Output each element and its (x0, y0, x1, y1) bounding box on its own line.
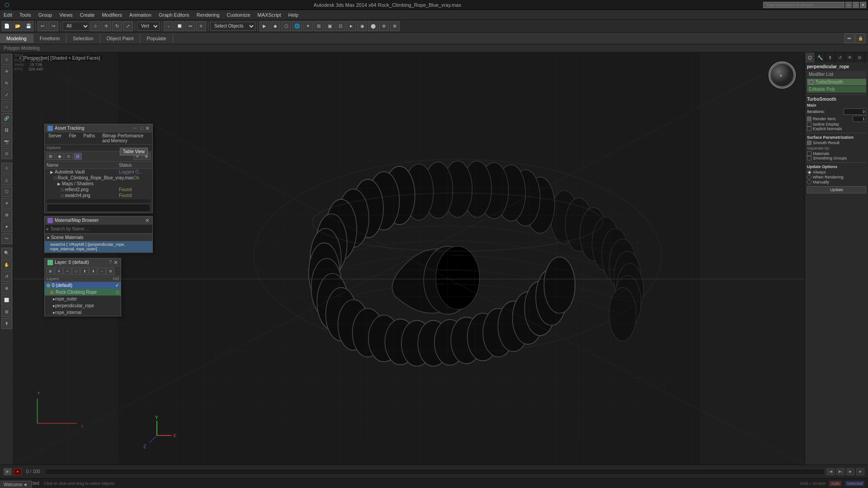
move-btn[interactable]: ✛ (101, 21, 111, 31)
menu-create[interactable]: Create (76, 11, 98, 19)
rp-tab-display[interactable]: 👁 (845, 52, 855, 62)
at-row-reflect[interactable]: □ reflect2.png Found (59, 187, 152, 192)
mirror-btn[interactable]: ⇔ (185, 21, 195, 31)
manipulate-tool[interactable]: ⬦ (1, 101, 12, 112)
at-menu-bitmap[interactable]: Bitmap Performance and Memory (99, 132, 152, 144)
lp-btn1[interactable]: ⊞ (46, 267, 54, 275)
at-menu-paths[interactable]: Paths (80, 132, 99, 144)
menu-animation[interactable]: Animation (126, 11, 155, 19)
lp-btn8[interactable]: ⚙ (106, 267, 114, 275)
menu-maxscript[interactable]: MAXScript (254, 11, 285, 19)
lights-tool[interactable]: ☀ (1, 198, 12, 209)
geometry-tool[interactable]: ⬡ (1, 186, 12, 197)
at-row-swatch[interactable]: □ swatch4.png Found (59, 192, 152, 198)
lp-btn6[interactable]: ⬇ (89, 267, 97, 275)
mb-section-scene[interactable]: ▸ Scene Materials (45, 234, 152, 241)
view-dropdown[interactable]: Vert (137, 22, 160, 31)
lp-title[interactable]: Layer: 0 (default) ? ✕ (45, 258, 121, 267)
tab-freeform[interactable]: Freeform (33, 34, 67, 43)
rp-explicit-check[interactable] (807, 127, 811, 131)
menu-tools[interactable]: Tools (16, 11, 35, 19)
at-menu-file[interactable]: File (65, 132, 80, 144)
lp-btn4[interactable]: □ (72, 267, 80, 275)
at-menu-server[interactable]: Server (45, 132, 65, 144)
lp-btn5[interactable]: ⬆ (80, 267, 89, 275)
menu-graph-editors[interactable]: Graph Editors (155, 11, 193, 19)
align-btn[interactable]: ≡ (196, 21, 206, 31)
rp-update-btn[interactable]: Update (807, 186, 866, 193)
link-tool[interactable]: 🔗 (1, 113, 12, 124)
lp-help[interactable]: ? (109, 259, 112, 266)
lp-btn7[interactable]: ↔ (98, 267, 106, 275)
rp-when-radio[interactable] (807, 175, 811, 179)
shapes-tool[interactable]: △ (1, 174, 12, 185)
menu-rendering[interactable]: Rendering (193, 11, 223, 19)
menu-help[interactable]: Help (285, 11, 302, 19)
save-btn[interactable]: 💾 (24, 21, 33, 31)
tl-play[interactable]: ▶ (846, 468, 854, 475)
render-to-btn[interactable]: ⊞ (314, 21, 324, 31)
systems-tool[interactable]: ⚙ (1, 210, 12, 221)
tl-prev-frame[interactable]: |◀ (826, 468, 835, 475)
menu-group[interactable]: Group (35, 11, 56, 19)
at-minimize[interactable]: ─ (133, 125, 137, 131)
rp-smoothing-check[interactable] (807, 156, 811, 160)
extra1[interactable]: ⊕ (379, 21, 389, 31)
mb-title[interactable]: Material/Map Browser ✕ (45, 216, 152, 225)
nav-ball[interactable]: ⊕ (769, 61, 796, 89)
mb-close[interactable]: ✕ (145, 217, 150, 224)
target-cam-tool[interactable]: ⊙ (1, 148, 12, 159)
rp-mod-editable-poly[interactable]: Editable Poly (807, 86, 866, 93)
maximize-btn[interactable]: □ (853, 2, 859, 8)
open-btn[interactable]: 📂 (13, 21, 23, 31)
timeline-bar[interactable] (45, 469, 825, 475)
enviro-btn[interactable]: 🌐 (292, 21, 302, 31)
rp-manually-radio[interactable] (807, 180, 811, 184)
snap-btn[interactable]: 🔲 (175, 21, 184, 31)
rp-tab-utilities[interactable]: ⚙ (855, 52, 865, 62)
menu-edit[interactable]: Edit (0, 11, 16, 19)
walk-tool[interactable]: ⬆ (1, 318, 12, 329)
menu-views[interactable]: Views (56, 11, 76, 19)
tab-selection[interactable]: Selection (66, 34, 100, 43)
key-btn[interactable]: ⬦ (164, 21, 174, 31)
scale-tool[interactable]: ⤢ (1, 89, 12, 100)
at-row-autodesk[interactable]: ▶ Autodesk Vault Logged O... (48, 169, 152, 175)
render-act-btn[interactable]: ► (346, 21, 356, 31)
video-post-btn[interactable]: ⬤ (368, 21, 378, 31)
tab-populate[interactable]: Populate (140, 34, 173, 43)
lp-row-outer[interactable]: ▸ rope_outer (45, 296, 121, 302)
render-iter-btn[interactable]: ⊡ (335, 21, 345, 31)
lp-row-perp[interactable]: ▸ perpendicular_rope (45, 302, 121, 309)
more-icon[interactable]: ▸▸ (844, 33, 854, 43)
at-tb-btn2[interactable]: ◉ (56, 153, 64, 160)
minimize-btn[interactable]: ─ (845, 2, 852, 8)
play-btn[interactable]: ▶ (259, 21, 269, 31)
rp-render-iters-input[interactable] (853, 116, 866, 122)
select-filter-dropdown[interactable]: Select Objects (210, 22, 255, 31)
render-btn[interactable]: ⬡ (281, 21, 291, 31)
redo-btn[interactable]: ↪ (48, 21, 58, 31)
render-last-btn[interactable]: ◉ (357, 21, 367, 31)
mb-material-item[interactable]: swatch4 ( VRayMtl ) [perpendicular_rope,… (45, 241, 152, 253)
tl-next-frame[interactable]: ▶| (836, 468, 844, 475)
rotate-btn[interactable]: ↻ (112, 21, 122, 31)
tl-play-anim[interactable]: ▶ (4, 468, 12, 475)
select-dropdown[interactable]: All (62, 22, 90, 31)
scale-btn[interactable]: ⤢ (123, 21, 133, 31)
tab-modeling[interactable]: Modeling (0, 34, 33, 43)
helpers-tool[interactable]: ⊹ (1, 163, 12, 174)
rp-materials-check[interactable] (807, 151, 811, 156)
rp-tab-hierarchy[interactable]: ⬆ (825, 52, 835, 62)
rp-tab-create[interactable]: ⬡ (805, 52, 815, 62)
new-btn[interactable]: 📄 (2, 21, 12, 31)
lock-icon[interactable]: 🔒 (855, 33, 865, 43)
welcome-tab[interactable]: Welcome ★ (0, 481, 32, 488)
select-tool[interactable]: ⊹ (1, 54, 12, 65)
rp-render-check[interactable] (807, 117, 811, 121)
at-row-maps[interactable]: ▶ Maps / Shaders (56, 181, 152, 187)
camera-tool[interactable]: 📷 (1, 136, 12, 147)
at-row-file[interactable]: □ Rock_Climbing_Rope_Blue_vray.max Ok (52, 175, 152, 181)
render-frame-btn[interactable]: ▣ (325, 21, 335, 31)
extra2[interactable]: ⊗ (390, 21, 400, 31)
